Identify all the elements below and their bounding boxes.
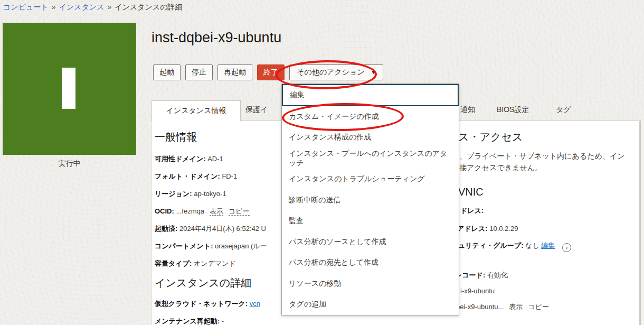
- field-label: フォルト・ドメイン:: [155, 172, 220, 180]
- tab-bios-settings[interactable]: BIOS設定: [497, 105, 529, 115]
- page-title: inst-dqbei-x9-ubuntu: [151, 30, 281, 46]
- more-actions-label: その他のアクション: [297, 68, 365, 77]
- field-value: 10.0.2.29: [489, 225, 518, 233]
- action-buttons: 起動 停止 再起動 終了 その他のアクション ▼: [153, 64, 383, 80]
- menu-item-attach-to-instance-pool[interactable]: インスタンス・プールへのインスタンスのアタッチ: [282, 148, 459, 169]
- field-value: FD-1: [222, 172, 237, 180]
- tab-shielded-instance[interactable]: 保護イ: [245, 105, 268, 115]
- more-actions-menu: 編集 カスタム・イメージの作成 インスタンス構成の作成 インスタンス・プールへの…: [281, 83, 459, 315]
- start-button[interactable]: 起動: [153, 64, 181, 80]
- field-label: ドレス:: [460, 207, 484, 215]
- field-label: 仮想クラウド・ネットワーク:: [155, 300, 248, 308]
- edit-link[interactable]: 編集: [541, 242, 555, 249]
- breadcrumb-current: インスタンスの詳細: [115, 3, 182, 11]
- instance-access-heading: ス・アクセス: [458, 130, 523, 144]
- menu-item-audit[interactable]: 監査: [282, 211, 459, 232]
- instance-status-tile: [3, 23, 136, 155]
- menu-item-add-tags[interactable]: タグの追加: [282, 294, 459, 315]
- field-availability-domain: 可用性ドメイン: AD-1: [155, 154, 223, 164]
- info-icon[interactable]: i: [562, 243, 571, 252]
- menu-item-path-analysis-destination[interactable]: パス分析の宛先として作成: [282, 253, 459, 274]
- field-value: 有効化: [487, 271, 508, 279]
- show-link[interactable]: 表示: [210, 207, 223, 216]
- breadcrumb: コンピュート»インスタンス»インスタンスの詳細: [3, 3, 183, 12]
- general-info-heading: 一般情報: [155, 130, 197, 144]
- field-region: リージョン: ap-tokyo-1: [155, 189, 226, 199]
- menu-item-send-diagnostic-interrupt[interactable]: 診断中断の送信: [282, 190, 459, 211]
- field-label: レコード:: [455, 271, 485, 279]
- field-label: 起動済:: [155, 225, 177, 233]
- field-label: 可用性ドメイン:: [155, 155, 206, 163]
- field-value: i-x9-ubuntu: [460, 287, 495, 295]
- breadcrumb-separator: »: [107, 3, 111, 11]
- field-value: なし: [525, 242, 539, 249]
- more-actions-button[interactable]: その他のアクション ▼: [289, 64, 383, 80]
- field-value: ...fezmqa: [176, 207, 204, 215]
- field-private-ip: アドレス: 10.0.2.29: [457, 224, 518, 234]
- stop-button[interactable]: 停止: [185, 64, 213, 80]
- vnic-heading: VNIC: [458, 186, 484, 198]
- field-value: ap-tokyo-1: [194, 190, 226, 198]
- field-security-group: ュリティ・グループ: なし 編集i: [458, 241, 571, 252]
- field-launched: 起動済: 2024年4月4日(木) 6:52:42 U: [155, 224, 266, 234]
- breadcrumb-separator: »: [52, 3, 56, 11]
- access-text-line2: 接アクセスできません。: [459, 163, 542, 173]
- field-public-ip: ドレス:: [460, 206, 484, 216]
- breadcrumb-compute-link[interactable]: コンピュート: [3, 3, 49, 11]
- field-maintenance-reboot: メンテナンス再起動: -: [155, 317, 224, 325]
- instance-details-heading: インスタンスの詳細: [155, 276, 251, 290]
- status-badge: 実行中: [3, 159, 136, 169]
- field-label: アドレス:: [457, 225, 488, 233]
- field-value: -: [222, 317, 224, 325]
- field-label: リージョン:: [155, 190, 192, 198]
- field-fqdn-value: bei-x9-ubuntu...表示コピー: [456, 302, 549, 312]
- field-ocid: OCID: ...fezmqa表示コピー: [155, 207, 250, 216]
- menu-item-troubleshoot-instance[interactable]: インスタンスのトラブルシューティング: [282, 169, 459, 190]
- instance-glyph-icon: [62, 68, 75, 109]
- field-compartment: コンパートメント: orasejapan (ルー: [155, 242, 267, 251]
- tab-tags[interactable]: タグ: [556, 105, 571, 115]
- field-dns-record: レコード: 有効化: [455, 271, 508, 280]
- menu-item-create-custom-image[interactable]: カスタム・イメージの作成: [282, 106, 459, 127]
- field-value: AD-1: [207, 155, 223, 163]
- field-label: メンテナンス再起動:: [155, 317, 220, 325]
- field-hostname-value: i-x9-ubuntu: [460, 287, 495, 295]
- tab-notifications[interactable]: 通知: [460, 105, 475, 115]
- field-capacity-type: 容量タイプ: オンデマンド: [155, 259, 236, 268]
- instance-details-page: コンピュート»インスタンス»インスタンスの詳細 実行中 inst-dqbei-x…: [0, 0, 644, 325]
- field-label: ュリティ・グループ:: [458, 242, 523, 249]
- menu-item-create-instance-configuration[interactable]: インスタンス構成の作成: [282, 127, 459, 148]
- copy-link[interactable]: コピー: [528, 303, 549, 311]
- field-label: 容量タイプ:: [155, 259, 192, 267]
- field-value: bei-x9-ubuntu...: [456, 303, 504, 311]
- vcn-link[interactable]: vcn: [250, 300, 260, 308]
- field-fault-domain: フォルト・ドメイン: FD-1: [155, 172, 237, 181]
- breadcrumb-instances-link[interactable]: インスタンス: [59, 3, 104, 11]
- field-label: コンパートメント:: [155, 242, 213, 250]
- menu-item-edit[interactable]: 編集: [282, 84, 459, 106]
- chevron-down-icon: ▼: [371, 70, 376, 75]
- terminate-button[interactable]: 終了: [257, 64, 285, 80]
- copy-link[interactable]: コピー: [229, 207, 250, 216]
- field-vcn: 仮想クラウド・ネットワーク: vcn: [155, 299, 260, 309]
- access-text-line1: 、プライベート・サブネット内にあるため、イン: [459, 152, 625, 161]
- field-value: オンデマンド: [194, 259, 236, 267]
- field-value: 2024年4月4日(木) 6:52:42 U: [179, 225, 266, 233]
- show-link[interactable]: 表示: [509, 303, 523, 311]
- field-label: OCID:: [155, 207, 174, 215]
- tab-instance-info[interactable]: インスタンス情報: [151, 100, 241, 121]
- menu-item-move-resource[interactable]: リソースの移動: [282, 273, 459, 294]
- panel-right-divider: [640, 120, 644, 325]
- reboot-button[interactable]: 再起動: [217, 64, 252, 80]
- field-value: orasejapan (ルー: [215, 242, 267, 250]
- menu-item-path-analysis-source[interactable]: パス分析のソースとして作成: [282, 231, 459, 253]
